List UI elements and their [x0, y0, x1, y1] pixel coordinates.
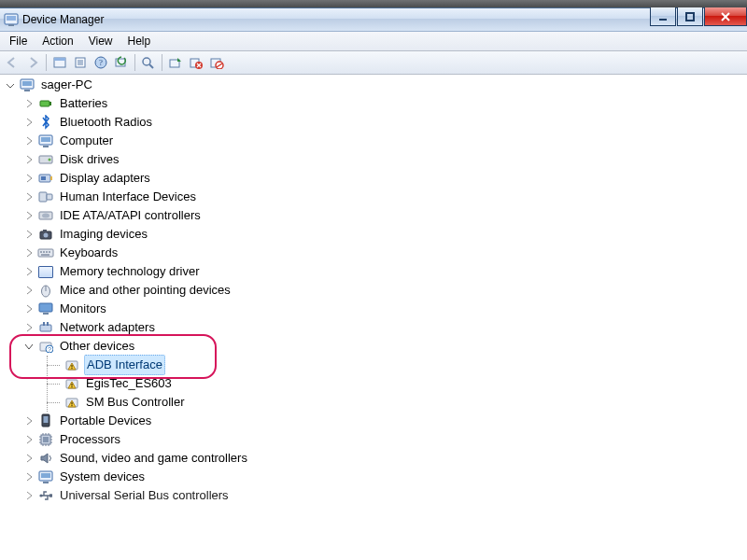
- tree-item-processors[interactable]: Processors: [4, 430, 747, 449]
- expand-icon[interactable]: [22, 153, 35, 166]
- expand-collapse-icon[interactable]: [4, 78, 17, 91]
- computer-icon: [37, 133, 54, 148]
- svg-rect-85: [43, 482, 49, 483]
- toolbar-uninstall[interactable]: [186, 52, 206, 73]
- svg-rect-54: [47, 322, 49, 326]
- toolbar-separator: [134, 54, 135, 71]
- window-title: Device Manager: [22, 13, 104, 26]
- expand-icon[interactable]: [22, 414, 35, 427]
- close-button[interactable]: [704, 7, 747, 26]
- menu-file[interactable]: File: [2, 33, 35, 49]
- toolbar-disable[interactable]: [206, 52, 227, 73]
- tree-item-portable[interactable]: Portable Devices: [4, 412, 747, 430]
- toolbar-find[interactable]: [138, 52, 159, 73]
- disk-icon: [37, 152, 54, 167]
- menubar: File Action View Help: [0, 32, 747, 51]
- tree-item-computer[interactable]: Computer: [4, 132, 747, 150]
- svg-point-31: [49, 159, 51, 161]
- tree-item-batteries[interactable]: Batteries: [4, 94, 747, 113]
- hid-icon: [37, 189, 54, 204]
- tree-item-label: Memory technology driver: [58, 261, 202, 282]
- svg-rect-44: [43, 251, 45, 253]
- tree-item-keyboards[interactable]: Keyboards: [4, 244, 747, 262]
- warning-device-icon: [63, 395, 80, 410]
- expand-icon[interactable]: [22, 190, 35, 203]
- tree-item-imaging[interactable]: Imaging devices: [4, 225, 747, 244]
- svg-rect-53: [43, 322, 45, 326]
- expand-icon[interactable]: [22, 265, 35, 278]
- tree-item-disk-drives[interactable]: Disk drives: [4, 150, 747, 169]
- svg-rect-46: [49, 251, 50, 253]
- svg-rect-65: [71, 402, 72, 405]
- svg-rect-33: [41, 176, 46, 180]
- tree-item-egistec[interactable]: EgisTec_ES603: [4, 374, 747, 393]
- toolbar-separator: [46, 54, 47, 71]
- expand-icon[interactable]: [22, 452, 35, 465]
- tree-item-adb-interface[interactable]: ADB Interface: [4, 356, 747, 374]
- tree-item-hid[interactable]: Human Interface Devices: [4, 188, 747, 206]
- tree-root[interactable]: sager-PC: [4, 76, 747, 94]
- svg-rect-45: [46, 251, 48, 253]
- tree-item-other-devices[interactable]: ? Other devices: [4, 337, 747, 356]
- app-icon: [4, 12, 19, 27]
- menu-help[interactable]: Help: [120, 33, 159, 49]
- menu-action[interactable]: Action: [35, 33, 80, 49]
- toolbar-update-driver[interactable]: [165, 52, 186, 73]
- expand-icon[interactable]: [22, 489, 35, 502]
- svg-rect-23: [22, 81, 32, 86]
- svg-rect-35: [39, 192, 47, 202]
- expand-icon[interactable]: [22, 134, 35, 147]
- toolbar-help[interactable]: ?: [91, 52, 111, 73]
- svg-rect-41: [43, 230, 47, 232]
- tree-item-label: Display adapters: [58, 168, 152, 189]
- expand-icon[interactable]: [22, 321, 35, 334]
- toolbar-show-hidden[interactable]: [49, 52, 70, 73]
- expand-icon[interactable]: [22, 172, 35, 185]
- cpu-icon: [37, 432, 54, 447]
- expand-icon[interactable]: [22, 284, 35, 297]
- tree-item-usb[interactable]: Universal Serial Bus controllers: [4, 486, 747, 505]
- tree-item-smbus[interactable]: SM Bus Controller: [4, 393, 747, 412]
- svg-rect-24: [24, 90, 30, 91]
- collapse-icon[interactable]: [22, 340, 35, 353]
- expand-icon[interactable]: [22, 97, 35, 110]
- tree-item-network[interactable]: Network adapters: [4, 318, 747, 337]
- expand-icon[interactable]: [22, 470, 35, 483]
- tree-item-mice[interactable]: Mice and other pointing devices: [4, 281, 747, 300]
- svg-rect-68: [44, 416, 49, 423]
- expand-icon[interactable]: [22, 116, 35, 129]
- toolbar-back[interactable]: [2, 52, 22, 73]
- svg-text:?: ?: [48, 346, 51, 353]
- toolbar-properties[interactable]: [70, 52, 91, 73]
- expand-icon[interactable]: [22, 228, 35, 241]
- expand-icon[interactable]: [22, 433, 35, 446]
- svg-rect-60: [71, 368, 72, 369]
- toolbar-refresh[interactable]: [111, 52, 132, 73]
- svg-rect-87: [49, 494, 52, 497]
- svg-rect-28: [41, 137, 50, 142]
- tree-item-ide[interactable]: IDE ATA/ATAPI controllers: [4, 206, 747, 225]
- tree-item-display-adapters[interactable]: Display adapters: [4, 169, 747, 188]
- svg-point-14: [143, 58, 150, 65]
- maximize-button[interactable]: [677, 7, 703, 26]
- expand-icon[interactable]: [22, 246, 35, 259]
- minimize-button[interactable]: [650, 7, 676, 26]
- tree-item-bluetooth[interactable]: Bluetooth Radios: [4, 113, 747, 132]
- menu-view[interactable]: View: [81, 33, 120, 49]
- toolbar-forward[interactable]: [22, 52, 43, 73]
- memory-icon: [37, 264, 54, 279]
- computer-icon: [19, 77, 35, 92]
- expand-icon[interactable]: [22, 302, 35, 315]
- svg-rect-36: [47, 194, 52, 200]
- expand-icon[interactable]: [22, 209, 35, 222]
- tree-root-label: sager-PC: [39, 75, 94, 95]
- tree-item-sound[interactable]: Sound, video and game controllers: [4, 449, 747, 468]
- svg-rect-34: [50, 176, 52, 180]
- tree-item-memory-tech[interactable]: Memory technology driver: [4, 262, 747, 281]
- tree-item-label: Other devices: [58, 336, 136, 357]
- tree-item-label: Human Interface Devices: [58, 187, 198, 207]
- system-icon: [37, 469, 54, 484]
- tree-item-system[interactable]: System devices: [4, 468, 747, 486]
- tree-item-monitors[interactable]: Monitors: [4, 300, 747, 318]
- svg-point-86: [39, 494, 42, 497]
